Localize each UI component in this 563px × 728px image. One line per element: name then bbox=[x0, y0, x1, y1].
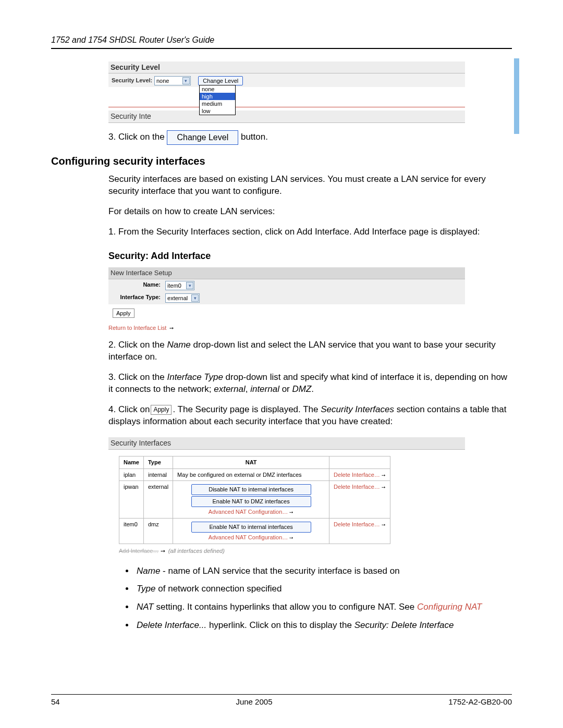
list-item: Name - name of LAN service that the secu… bbox=[134, 565, 512, 577]
cell-type: dmz bbox=[143, 518, 173, 544]
step-4-text: 4. Click onApply. The Security page is d… bbox=[108, 404, 512, 428]
cell-type: external bbox=[143, 481, 173, 519]
security-add-interface-title: Security: Add Interface bbox=[108, 250, 512, 262]
option-medium[interactable]: medium bbox=[200, 100, 235, 107]
list-item: Type of network connection specified bbox=[134, 583, 512, 595]
enable-nat-dmz-button[interactable]: Enable NAT to DMZ interfaces bbox=[191, 496, 311, 507]
arrow-right-icon: ➙ bbox=[382, 473, 386, 478]
doc-header-title: 1752 and 1754 SHDSL Router User's Guide bbox=[51, 35, 214, 44]
delete-interface-link[interactable]: Delete Interface… ➙ bbox=[334, 484, 386, 490]
chevron-down-icon[interactable]: ▾ bbox=[186, 282, 193, 289]
arrow-right-icon: ➙ bbox=[382, 522, 386, 527]
cell-name: ipwan bbox=[119, 481, 144, 519]
add-interface-panel: New Interface Setup Name: item0 ▾ Interf… bbox=[108, 267, 465, 322]
csi-p3: 1. From the Security Interfaces section,… bbox=[108, 226, 512, 238]
disable-nat-internal-button[interactable]: Disable NAT to internal interfaces bbox=[191, 484, 311, 495]
interface-type-label: Interface Type: bbox=[112, 293, 164, 301]
csi-p2: For details on how to create LAN service… bbox=[108, 206, 512, 218]
interface-type-select[interactable]: external ▾ bbox=[165, 293, 200, 303]
step3-suffix: button. bbox=[241, 132, 268, 142]
list-item: Delete Interface... hyperlink. Click on … bbox=[134, 620, 512, 632]
delete-interface-link[interactable]: Delete Interface… ➙ bbox=[334, 472, 386, 478]
chevron-down-icon[interactable]: ▾ bbox=[182, 77, 190, 84]
step3-prefix: 3. Click on the bbox=[108, 132, 167, 142]
security-level-selected: none bbox=[156, 78, 169, 84]
table-row: ipwan external Disable NAT to internal i… bbox=[119, 481, 390, 519]
step-2-text: 2. Click on the Name drop-down list and … bbox=[108, 339, 512, 363]
cell-type: internal bbox=[143, 468, 173, 481]
window-scrollbar-fragment bbox=[512, 58, 519, 142]
interface-type-value: external bbox=[167, 295, 188, 301]
change-level-inline-button[interactable]: Change Level bbox=[167, 130, 238, 145]
delete-interface-link[interactable]: Delete Interface… ➙ bbox=[334, 521, 386, 527]
option-low[interactable]: low bbox=[200, 107, 235, 115]
return-link-text: Return to Interface List bbox=[108, 325, 166, 331]
name-select[interactable]: item0 ▾ bbox=[165, 281, 194, 290]
name-label: Name: bbox=[112, 281, 164, 289]
security-level-dropdown[interactable]: none high medium low bbox=[199, 85, 236, 115]
change-level-button[interactable]: Change Level bbox=[198, 76, 243, 86]
footer-date: June 2005 bbox=[236, 697, 272, 707]
list-item: NAT setting. It contains hyperlinks that… bbox=[134, 601, 512, 613]
table-row: iplan internal May be configured on exte… bbox=[119, 468, 390, 481]
th-name: Name bbox=[119, 456, 144, 468]
configuring-security-interfaces-heading: Configuring security interfaces bbox=[51, 154, 512, 168]
arrow-right-icon: ➙ bbox=[382, 485, 386, 490]
arrow-right-icon: ➙ bbox=[168, 325, 174, 331]
page-footer: 54 June 2005 1752-A2-GB20-00 bbox=[51, 694, 512, 707]
security-interfaces-cut-title: Security Inte bbox=[108, 110, 465, 123]
csi-p1: Security interfaces are based on existin… bbox=[108, 174, 512, 198]
description-list: Name - name of LAN service that the secu… bbox=[134, 565, 512, 632]
enable-nat-internal-button[interactable]: Enable NAT to internal interfaces bbox=[191, 522, 311, 533]
th-type: Type bbox=[143, 456, 173, 468]
doc-id: 1752-A2-GB20-00 bbox=[448, 697, 512, 707]
table-row: item0 dmz Enable NAT to internal interfa… bbox=[119, 518, 390, 544]
advanced-nat-config-link[interactable]: Advanced NAT Configuration… ➙ bbox=[177, 534, 325, 541]
name-select-value: item0 bbox=[167, 282, 181, 289]
page-number: 54 bbox=[51, 697, 60, 707]
chevron-down-icon[interactable]: ▾ bbox=[191, 294, 199, 302]
option-none[interactable]: none bbox=[200, 85, 235, 93]
security-level-select[interactable]: none ▾ bbox=[154, 76, 191, 85]
cell-name: item0 bbox=[119, 518, 144, 544]
security-level-panel: Security Level Security Level: none ▾ Ch… bbox=[108, 61, 465, 124]
step-3-line: 3. Click on the Change Level button. bbox=[108, 130, 512, 145]
cell-name: iplan bbox=[119, 468, 144, 481]
th-actions bbox=[329, 456, 390, 468]
arrow-right-icon: ➙ bbox=[289, 510, 293, 515]
apply-inline-button[interactable]: Apply bbox=[151, 405, 172, 414]
option-high[interactable]: high bbox=[200, 93, 235, 100]
new-interface-setup-header: New Interface Setup bbox=[108, 267, 465, 279]
add-interface-disabled: Add Interface… ➙ (all interfaces defined… bbox=[119, 547, 512, 555]
return-to-interface-list-link[interactable]: Return to Interface List ➙ bbox=[108, 324, 512, 332]
security-interfaces-title: Security Interfaces bbox=[108, 437, 465, 450]
security-interfaces-table: Name Type NAT iplan internal May be conf… bbox=[119, 456, 390, 544]
security-level-label: Security Level: bbox=[112, 77, 152, 83]
advanced-nat-config-link[interactable]: Advanced NAT Configuration… ➙ bbox=[177, 508, 325, 516]
configuring-nat-link[interactable]: Configuring NAT bbox=[417, 602, 482, 612]
step-3b-text: 3. Click on the Interface Type drop-down… bbox=[108, 372, 512, 396]
cell-nat-text: May be configured on external or DMZ int… bbox=[173, 468, 329, 481]
th-nat: NAT bbox=[173, 456, 329, 468]
apply-button[interactable]: Apply bbox=[113, 309, 134, 318]
security-level-title: Security Level bbox=[108, 61, 465, 74]
arrow-right-icon: ➙ bbox=[289, 535, 293, 540]
